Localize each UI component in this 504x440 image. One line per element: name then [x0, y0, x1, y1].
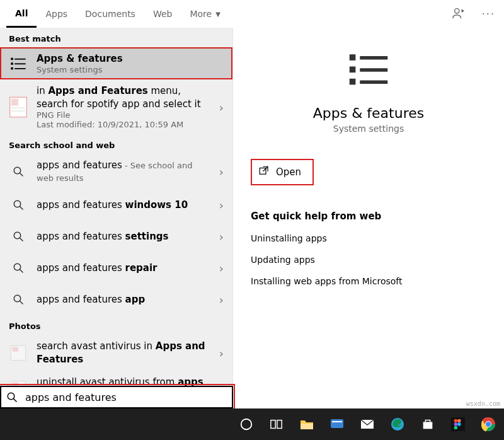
- tab-apps[interactable]: Apps: [37, 0, 76, 28]
- svg-rect-30: [360, 81, 387, 84]
- edge-icon[interactable]: [388, 415, 407, 434]
- svg-point-32: [8, 393, 14, 400]
- help-header: Get quick help from web: [251, 211, 486, 222]
- svg-line-12: [20, 173, 23, 176]
- mail-icon[interactable]: [358, 415, 377, 434]
- apps-features-icon: [348, 49, 389, 93]
- search-icon: [8, 161, 29, 182]
- image-file-icon: [8, 96, 29, 118]
- search-bar[interactable]: [0, 386, 233, 408]
- preview-title: Apps & features: [251, 105, 486, 121]
- search-icon: [8, 257, 29, 279]
- svg-point-13: [14, 201, 21, 208]
- web-result-4[interactable]: apps and features app ›: [0, 284, 232, 315]
- tab-documents[interactable]: Documents: [76, 0, 144, 28]
- help-link-uninstall[interactable]: Uninstalling apps: [251, 233, 486, 243]
- svg-rect-27: [350, 67, 356, 73]
- feedback-icon[interactable]: [449, 4, 468, 25]
- svg-point-19: [14, 296, 21, 303]
- result-apps-features[interactable]: Apps & features System settings: [0, 47, 232, 79]
- tab-more[interactable]: More▼: [181, 0, 229, 28]
- svg-point-46: [457, 422, 461, 426]
- svg-line-20: [20, 301, 23, 304]
- svg-line-18: [20, 270, 23, 273]
- svg-point-47: [454, 426, 458, 430]
- file-explorer-icon[interactable]: [297, 415, 316, 434]
- help-link-webapps[interactable]: Installing web apps from Microsoft: [251, 276, 486, 286]
- tab-web[interactable]: Web: [144, 0, 181, 28]
- store-icon[interactable]: [418, 415, 437, 434]
- svg-rect-9: [11, 107, 25, 108]
- app-blue-icon[interactable]: [328, 415, 346, 434]
- svg-rect-25: [350, 54, 356, 61]
- svg-rect-38: [331, 419, 343, 428]
- web-result-0[interactable]: apps and features - See school and web r…: [0, 154, 232, 190]
- svg-rect-8: [11, 98, 18, 105]
- taskbar: [0, 408, 504, 440]
- svg-point-17: [14, 264, 21, 271]
- chrome-icon[interactable]: [479, 415, 498, 434]
- section-school-web: Search school and web: [0, 134, 232, 154]
- tab-all[interactable]: All: [6, 0, 37, 28]
- section-best-match: Best match: [0, 28, 232, 47]
- search-tabs: All Apps Documents Web More▼ ···: [0, 0, 504, 28]
- search-icon: [8, 289, 29, 310]
- svg-rect-5: [11, 67, 13, 69]
- task-view-icon[interactable]: [267, 415, 286, 434]
- preview-subtitle: System settings: [251, 124, 486, 134]
- photo-result-0[interactable]: search avast antivirus in Apps and Featu…: [0, 335, 232, 371]
- search-icon: [8, 226, 29, 247]
- search-icon: [8, 194, 29, 216]
- svg-point-0: [454, 8, 459, 13]
- chevron-right-icon[interactable]: ›: [219, 165, 224, 178]
- chevron-right-icon[interactable]: ›: [219, 346, 224, 359]
- svg-rect-6: [14, 68, 25, 69]
- more-options-icon[interactable]: ···: [479, 6, 498, 23]
- svg-rect-36: [277, 420, 282, 429]
- preview-pane: Apps & features System settings Open Get…: [233, 28, 504, 408]
- svg-line-14: [20, 207, 23, 210]
- chevron-right-icon[interactable]: ›: [219, 199, 224, 212]
- cortana-icon[interactable]: [237, 415, 256, 434]
- search-input[interactable]: [23, 390, 232, 405]
- svg-rect-26: [360, 56, 387, 60]
- result-png-file[interactable]: in Apps and Features menu, search for sp…: [0, 79, 232, 134]
- svg-rect-3: [11, 62, 13, 65]
- svg-point-44: [457, 419, 461, 423]
- svg-point-45: [454, 422, 458, 426]
- list-settings-icon: [8, 53, 29, 74]
- svg-point-15: [14, 233, 21, 240]
- svg-point-50: [486, 422, 491, 427]
- svg-rect-37: [301, 424, 313, 429]
- section-photos: Photos: [0, 315, 232, 335]
- svg-line-33: [13, 398, 16, 402]
- open-external-icon: [258, 165, 270, 179]
- svg-point-34: [241, 419, 252, 430]
- figma-icon[interactable]: [449, 415, 467, 434]
- svg-rect-39: [332, 421, 342, 422]
- chevron-right-icon[interactable]: ›: [219, 293, 224, 306]
- chevron-right-icon[interactable]: ›: [219, 262, 224, 275]
- svg-rect-35: [271, 420, 275, 429]
- search-icon: [1, 391, 23, 403]
- help-link-update[interactable]: Updating apps: [251, 255, 486, 265]
- svg-rect-2: [14, 58, 25, 59]
- chevron-right-icon[interactable]: ›: [219, 100, 224, 113]
- svg-rect-28: [360, 68, 387, 72]
- results-pane: Best match Apps & features System settin…: [0, 28, 233, 408]
- svg-point-11: [14, 167, 21, 174]
- svg-point-43: [454, 419, 458, 423]
- search-content: Best match Apps & features System settin…: [0, 28, 504, 408]
- chevron-down-icon: ▼: [215, 11, 220, 18]
- image-file-icon: [8, 342, 29, 364]
- svg-line-16: [20, 238, 23, 241]
- chevron-right-icon[interactable]: ›: [219, 230, 224, 243]
- watermark: wsxdn.com: [466, 400, 500, 407]
- web-result-3[interactable]: apps and features repair ›: [0, 252, 232, 284]
- svg-rect-29: [350, 79, 356, 85]
- open-button[interactable]: Open: [251, 159, 314, 185]
- svg-rect-1: [11, 57, 13, 60]
- web-result-1[interactable]: apps and features windows 10 ›: [0, 189, 232, 221]
- web-result-2[interactable]: apps and features settings ›: [0, 221, 232, 252]
- svg-rect-22: [13, 347, 18, 351]
